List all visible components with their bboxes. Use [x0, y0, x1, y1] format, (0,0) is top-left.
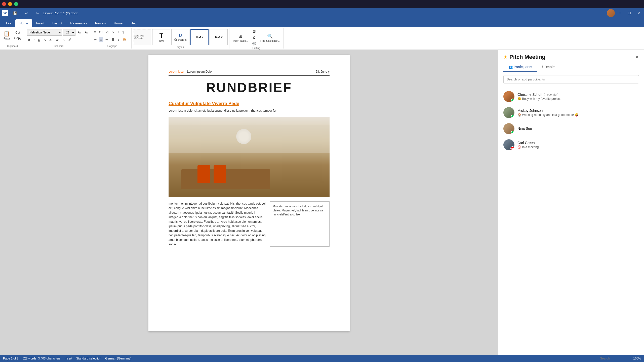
participant-more-button[interactable]: ⋯: [630, 109, 639, 116]
doc-side-text: Molestie ornare amet vel id, rem volutpa…: [270, 201, 330, 247]
tab-home[interactable]: Home: [15, 19, 32, 27]
special-char-button[interactable]: Ω: [251, 35, 257, 40]
doc-main-title: RUNDBRIEF: [169, 80, 330, 95]
participant-status: 🏠 Working remotely and in a good mood! 😜: [517, 113, 627, 117]
status-bar: Page 1 of 3 523 words, 3,403 characters …: [0, 355, 644, 362]
ribbon-tabs: File Home Insert Layout References Revie…: [0, 18, 644, 27]
maximize-button[interactable]: □: [626, 10, 633, 17]
style-text2-top[interactable]: Text 2: [190, 29, 209, 45]
style-titel[interactable]: T Titel: [152, 29, 170, 45]
italic-button[interactable]: I: [32, 37, 36, 42]
paste-button[interactable]: 📋 Paste: [2, 29, 12, 41]
insert-table-button[interactable]: ⊞ Insert Table...: [231, 32, 250, 44]
font-color-button[interactable]: A: [61, 37, 66, 42]
panel-close-button[interactable]: ✕: [635, 54, 639, 60]
font-label: Clipboard: [27, 44, 90, 48]
highlight-button[interactable]: 🖍: [67, 37, 72, 42]
participant-name: Nina Sun: [517, 126, 627, 130]
language[interactable]: German (Germany): [105, 357, 131, 360]
status-right: 100%: [600, 357, 641, 360]
avatar: [503, 91, 514, 102]
outdent-button[interactable]: ◁: [105, 30, 109, 35]
close-button[interactable]: ✕: [635, 10, 642, 17]
clipboard-row: 📋 Paste Cut Copy: [2, 29, 23, 41]
tab-references[interactable]: References: [66, 19, 91, 27]
tab-help[interactable]: Help: [127, 19, 141, 27]
participant-more-button[interactable]: ⋯: [630, 125, 639, 132]
document-page: Lorem Ipsum Lorem Ipsum Dolor 28. June y…: [148, 55, 350, 331]
panel-header: ★ Pitch Meeting ✕: [498, 50, 644, 62]
subscript-button[interactable]: X₂: [48, 37, 54, 42]
undo-button[interactable]: ↩: [23, 10, 30, 16]
sort-button[interactable]: ↕: [116, 30, 120, 35]
font-row1: Helvetica Neue 62 A↑ A↓: [27, 29, 90, 36]
moderator-badge: (moderator): [544, 93, 558, 96]
avatar: [503, 123, 514, 134]
doc-subtitle: Curabitur Vulputate Viverra Pede: [169, 101, 330, 106]
participant-name: Christine Schott (moderator): [517, 93, 639, 97]
paragraph-group: ≡ ⑴ ◁ ▷ ↕ ¶ ⬅ ≡ ➡ ☰ ↕ 🎨 Paragraph: [91, 28, 132, 49]
align-left-button[interactable]: ⬅: [93, 37, 98, 42]
grow-font-button[interactable]: A↑: [76, 30, 83, 35]
tab-review[interactable]: Review: [91, 19, 110, 27]
document-area[interactable]: Lorem Ipsum Lorem Ipsum Dolor 28. June y…: [0, 50, 498, 355]
zoom-level: 100%: [633, 357, 641, 360]
tab-file[interactable]: File: [2, 19, 15, 27]
style-kopf[interactable]: Kopf- und Fußzeile: [133, 29, 151, 45]
shrink-font-button[interactable]: A↓: [84, 30, 90, 35]
bullets-button[interactable]: ≡: [93, 30, 97, 35]
line-spacing-button[interactable]: ↕: [116, 37, 120, 42]
justify-button[interactable]: ☰: [110, 37, 115, 42]
participant-search-input[interactable]: [503, 75, 639, 83]
title-bar-left: W 💾 ↩ ↪: [2, 10, 41, 16]
selection-mode: Standard selection: [76, 357, 101, 360]
document-filename: Layout Room 1 (2).docx: [43, 11, 78, 15]
status-search-input[interactable]: [600, 357, 630, 360]
insert-mode[interactable]: Insert: [65, 357, 72, 360]
bold-button[interactable]: B: [27, 37, 31, 42]
tab-details[interactable]: ℹ Details: [537, 62, 560, 72]
system-bar: [0, 0, 644, 8]
copy-button[interactable]: Copy: [13, 36, 23, 41]
indent-button[interactable]: ▷: [110, 30, 115, 35]
style-uberschrift[interactable]: Ü Überschrift: [171, 29, 189, 45]
panel-search-container: [498, 72, 644, 86]
align-right-button[interactable]: ➡: [104, 37, 109, 42]
shading-button[interactable]: 🎨: [122, 37, 128, 42]
editing-label: Editing: [231, 46, 282, 50]
participant-item[interactable]: Carl Green 🚫 In a meeting ⋯: [498, 137, 644, 153]
font-name-select[interactable]: Helvetica Neue: [27, 29, 62, 36]
ribbon: 📋 Paste Cut Copy Clipboard Helvetica Ne: [0, 27, 644, 50]
online-status-indicator: [511, 99, 514, 102]
dnd-minus-icon: [511, 148, 513, 149]
participant-more-button[interactable]: ⋯: [630, 141, 639, 149]
show-marks-button[interactable]: ¶: [121, 30, 125, 35]
font-row2: B I U S X₂ X² A 🖍: [27, 37, 90, 42]
style-text2-bot[interactable]: Text 2: [210, 29, 228, 45]
cut-button[interactable]: Cut: [13, 30, 23, 35]
tab-insert[interactable]: Insert: [32, 19, 49, 27]
panel-star-icon: ★: [503, 54, 507, 60]
save-button[interactable]: 💾: [11, 10, 19, 16]
strikethrough-button[interactable]: S: [43, 37, 47, 42]
participant-item[interactable]: Mickey Johnson 🏠 Working remotely and in…: [498, 105, 644, 121]
numbering-button[interactable]: ⑴: [98, 29, 104, 35]
word-count: 523 words, 3,403 characters: [22, 357, 60, 360]
lorem-link[interactable]: Lorem Ipsum: [169, 70, 186, 73]
minimize-button[interactable]: −: [617, 10, 624, 17]
participant-item[interactable]: Christine Schott (moderator) 😊 Busy with…: [498, 88, 644, 105]
insert-image-button[interactable]: 🖼: [251, 29, 257, 34]
font-size-select[interactable]: 62: [63, 29, 75, 36]
tab-format[interactable]: Home: [110, 19, 127, 27]
doc-body-intro: Lorem ipsum dolor sit amet, ligula suspe…: [169, 108, 330, 113]
participant-item[interactable]: Nina Sun ⋯: [498, 121, 644, 137]
underline-button[interactable]: U: [37, 37, 42, 42]
align-center-button[interactable]: ≡: [99, 37, 103, 42]
redo-button[interactable]: ↪: [34, 10, 41, 16]
superscript-button[interactable]: X²: [55, 37, 60, 42]
find-replace-button[interactable]: 🔍 Find & Replace...: [258, 32, 282, 44]
comment-button[interactable]: 💬: [251, 41, 257, 46]
participant-status: 😊 Busy with my favorite project!: [517, 97, 639, 101]
tab-layout[interactable]: Layout: [48, 19, 66, 27]
tab-participants[interactable]: 👥 Participants: [503, 62, 537, 72]
